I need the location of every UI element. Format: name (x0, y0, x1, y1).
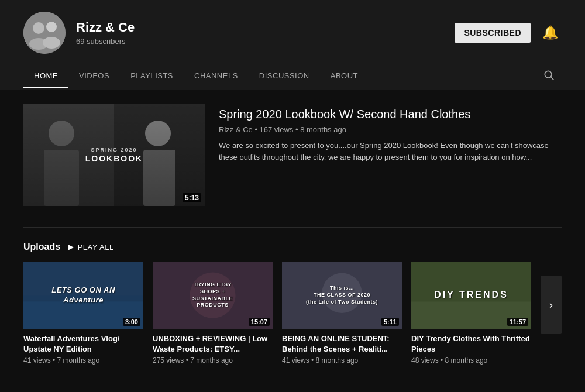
thumb-spring-text: SPRING 2020 (33, 147, 196, 153)
video-thumb-1[interactable]: LETS GO ON ANAdventure 3:00 (23, 262, 143, 329)
video-grid: LETS GO ON ANAdventure 3:00 Waterfall Ad… (23, 262, 562, 365)
video-title-4: DIY Trendy Clothes With Thrifted Pieces (411, 333, 531, 354)
thumb-text-overlay: SPRING 2020 LOOKBOOK (33, 147, 196, 163)
tab-home[interactable]: HOME (23, 64, 68, 88)
tab-videos[interactable]: VIDEOS (68, 64, 120, 88)
channel-text-info: Rizz & Ce 69 subscribers (76, 20, 135, 46)
featured-description: We are so excited to present to you....o… (219, 140, 562, 163)
featured-section: SPRING 2020 LOOKBOOK 5:13 Spring 2020 Lo… (23, 104, 562, 206)
video-title-1: Waterfall Adventures Vlog/ Upstate NY Ed… (23, 333, 143, 354)
play-icon: ▶ (68, 243, 74, 251)
tab-playlists[interactable]: PLAYLISTS (120, 64, 184, 88)
thumb-text-4: DIY TRENDS (434, 289, 508, 301)
featured-info: Spring 2020 Lookbook W/ Second Hand Clot… (219, 104, 562, 206)
video-thumb-4[interactable]: DIY TRENDS 11:57 (411, 262, 531, 329)
video-card-2: TRYING ETSYSHOPS +SUSTAINABLEPRODUCTS 15… (153, 262, 273, 365)
video-duration-4: 11:57 (507, 318, 528, 326)
play-all-button[interactable]: ▶ PLAY ALL (68, 243, 114, 252)
video-card-1: LETS GO ON ANAdventure 3:00 Waterfall Ad… (23, 262, 143, 365)
subscribe-button[interactable]: SUBSCRIBED (455, 23, 531, 43)
video-title-3: BEING AN ONLINE STUDENT: Behind the Scen… (282, 333, 402, 354)
video-meta-2: 275 views • 7 months ago (153, 356, 273, 365)
tab-discussion[interactable]: DISCUSSION (249, 64, 320, 88)
video-duration-3: 5:11 (381, 318, 399, 326)
channel-nav: HOME VIDEOS PLAYLISTS CHANNELS DISCUSSIO… (23, 63, 562, 90)
thumb-text-1: LETS GO ON ANAdventure (51, 286, 115, 305)
tab-about[interactable]: ABOUT (320, 64, 369, 88)
video-card-4: DIY TRENDS 11:57 DIY Trendy Clothes With… (411, 262, 531, 365)
channel-info-row: Rizz & Ce 69 subscribers SUBSCRIBED 🔔 (23, 12, 562, 63)
carousel-next-button[interactable]: › (541, 276, 562, 334)
uploads-section: Uploads ▶ PLAY ALL (23, 242, 562, 365)
search-button[interactable] (536, 63, 562, 90)
svg-point-3 (46, 22, 57, 32)
video-duration-2: 15:07 (249, 318, 270, 326)
channel-actions: SUBSCRIBED 🔔 (455, 22, 562, 44)
thumb-text-2: TRYING ETSYSHOPS +SUSTAINABLEPRODUCTS (192, 281, 233, 309)
avatar (23, 12, 66, 54)
video-title-2: UNBOXING + REVIEWING | Low Waste Product… (153, 333, 273, 354)
video-meta-3: 41 views • 8 months ago (282, 356, 402, 365)
svg-line-6 (551, 77, 554, 80)
svg-point-4 (43, 37, 60, 49)
main-content: SPRING 2020 LOOKBOOK 5:13 Spring 2020 Lo… (0, 90, 585, 379)
uploads-label: Uploads (23, 242, 60, 252)
channel-left: Rizz & Ce 69 subscribers (23, 12, 135, 54)
notification-bell-button[interactable]: 🔔 (539, 22, 562, 44)
video-card-3: This is...THE CLASS OF 2020(the Life of … (282, 262, 402, 365)
chevron-right-icon: › (549, 299, 553, 311)
thumb-lookbook-text: LOOKBOOK (33, 154, 196, 163)
channel-name: Rizz & Ce (76, 20, 135, 35)
video-thumb-2[interactable]: TRYING ETSYSHOPS +SUSTAINABLEPRODUCTS 15… (153, 262, 273, 329)
tab-channels[interactable]: CHANNELS (184, 64, 249, 88)
featured-meta: Rizz & Ce • 167 views • 8 months ago (219, 125, 562, 134)
featured-thumbnail[interactable]: SPRING 2020 LOOKBOOK 5:13 (23, 104, 205, 206)
video-meta-4: 48 views • 8 months ago (411, 356, 531, 365)
video-duration-1: 3:00 (123, 318, 140, 326)
play-all-label: PLAY ALL (78, 243, 114, 252)
video-meta-1: 41 views • 7 months ago (23, 356, 143, 365)
thumb-text-3: This is...THE CLASS OF 2020(the Life of … (306, 285, 378, 305)
avatar-image (23, 12, 66, 54)
featured-duration: 5:13 (183, 193, 201, 202)
svg-point-5 (545, 71, 552, 78)
channel-header: Rizz & Ce 69 subscribers SUBSCRIBED 🔔 HO… (0, 0, 585, 90)
uploads-header: Uploads ▶ PLAY ALL (23, 242, 562, 252)
svg-point-1 (33, 22, 44, 34)
featured-title: Spring 2020 Lookbook W/ Second Hand Clot… (219, 106, 562, 122)
video-thumb-3[interactable]: This is...THE CLASS OF 2020(the Life of … (282, 262, 402, 329)
section-divider (23, 227, 562, 228)
channel-subscribers: 69 subscribers (76, 37, 135, 46)
